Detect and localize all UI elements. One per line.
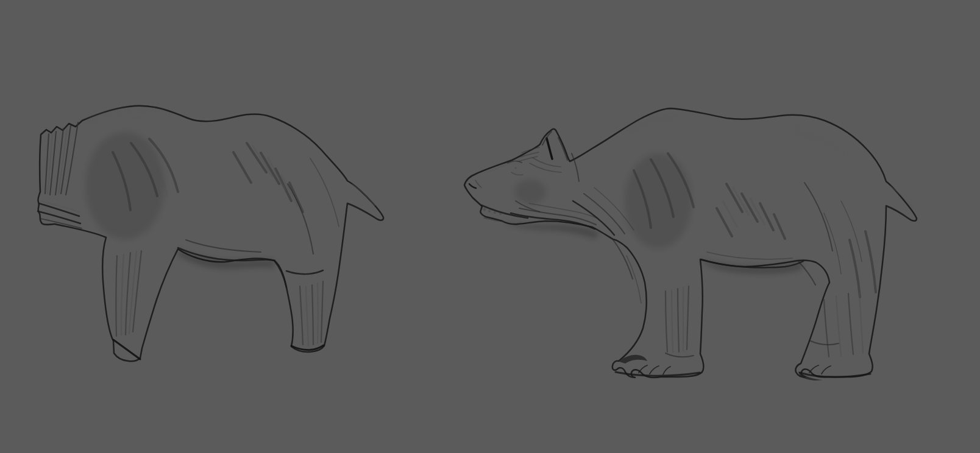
sculpt-viewport[interactable] (0, 0, 980, 453)
eye-highlight (515, 167, 517, 169)
viewport-canvas (0, 0, 980, 453)
